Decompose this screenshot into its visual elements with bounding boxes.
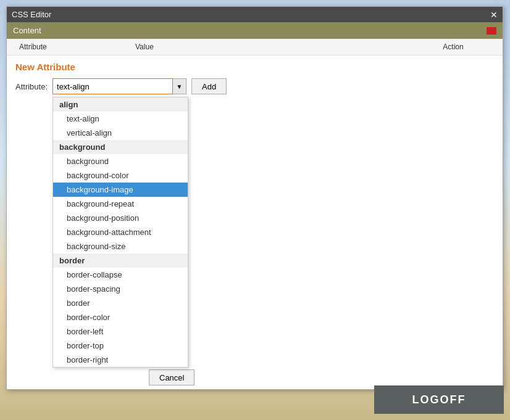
- dropdown-item[interactable]: background-attachment: [53, 225, 188, 239]
- window-titlebar: CSS Editor ✕: [7, 7, 503, 22]
- dropdown-item[interactable]: border-left: [53, 324, 188, 339]
- content-header-indicator: [487, 27, 496, 35]
- dropdown-group-background: background: [53, 140, 188, 154]
- content-header: Content: [7, 22, 503, 39]
- window-close-button[interactable]: ✕: [490, 10, 498, 19]
- cancel-button[interactable]: Cancel: [149, 369, 194, 385]
- new-attribute-section: New Attribute Attribute: ▼ aligntext-ali…: [7, 56, 503, 101]
- dropdown-item[interactable]: background-position: [53, 211, 188, 225]
- dropdown-item[interactable]: border-top: [53, 339, 188, 353]
- add-button[interactable]: Add: [191, 78, 227, 94]
- dropdown-item[interactable]: text-align: [53, 112, 188, 126]
- dropdown-item[interactable]: vertical-align: [53, 126, 188, 140]
- dropdown-list[interactable]: aligntext-alignvertical-alignbackgroundb…: [52, 97, 188, 368]
- dropdown-item[interactable]: background-repeat: [53, 197, 188, 211]
- col-header-attribute: Attribute: [7, 41, 130, 52]
- dropdown-item[interactable]: border: [53, 296, 188, 310]
- css-editor-window: CSS Editor ✕ Content Attribute Value Act…: [6, 6, 503, 390]
- dropdown-item[interactable]: border-color: [53, 310, 188, 324]
- col-header-value: Value: [130, 41, 404, 52]
- dropdown-item[interactable]: background-image: [53, 183, 188, 197]
- window-title: CSS Editor: [12, 10, 51, 19]
- logoff-button[interactable]: LOGOFF: [374, 385, 504, 414]
- attribute-input-wrapper: ▼ aligntext-alignvertical-alignbackgroun…: [52, 78, 186, 94]
- dropdown-arrow-button[interactable]: ▼: [173, 78, 186, 94]
- dropdown-item[interactable]: background: [53, 154, 188, 168]
- col-header-action: Action: [404, 41, 503, 52]
- dropdown-item[interactable]: border-spacing: [53, 282, 188, 296]
- new-attribute-title: New Attribute: [15, 62, 494, 72]
- attribute-form: Attribute: ▼ aligntext-alignvertical-ali…: [15, 78, 494, 94]
- attribute-input[interactable]: [52, 78, 173, 94]
- content-header-label: Content: [13, 26, 41, 35]
- attribute-label: Attribute:: [15, 82, 48, 91]
- dropdown-item[interactable]: background-color: [53, 168, 188, 183]
- dropdown-group-align: align: [53, 97, 188, 112]
- dropdown-item[interactable]: border-right: [53, 353, 188, 367]
- dropdown-item[interactable]: background-size: [53, 239, 188, 253]
- table-header: Attribute Value Action: [7, 39, 503, 56]
- dropdown-group-border: border: [53, 253, 188, 268]
- dropdown-item[interactable]: border-collapse: [53, 268, 188, 282]
